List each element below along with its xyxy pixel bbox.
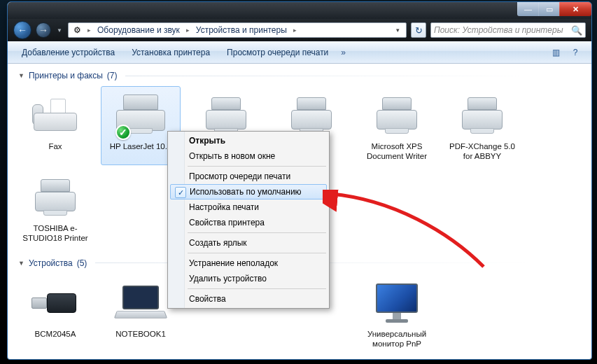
- menu-separator: [188, 288, 326, 289]
- nav-back-button[interactable]: ←: [13, 21, 31, 39]
- collapse-icon[interactable]: ▼: [18, 72, 24, 79]
- location-icon: ⚙: [71, 24, 83, 36]
- group-header-printers[interactable]: ▼ Принтеры и факсы (7): [8, 64, 591, 85]
- device-item-monitor[interactable]: Универсальный монитор PnP: [357, 274, 437, 353]
- view-options-button[interactable]: ▥: [547, 45, 565, 60]
- maximize-button[interactable]: ▭: [538, 2, 559, 16]
- device-label: Универсальный монитор PnP: [360, 329, 433, 349]
- check-icon: ✓: [175, 187, 186, 198]
- search-input[interactable]: Поиск: Устройства и принтеры 🔍: [430, 22, 586, 38]
- device-label: BCM2045A: [35, 329, 76, 339]
- device-label: PDF-XChange 5.0 for ABBYY: [446, 141, 519, 162]
- laptop-icon: [115, 286, 166, 321]
- menu-troubleshoot[interactable]: Устранение неполадок: [169, 255, 328, 271]
- menu-open[interactable]: Открыть: [169, 133, 328, 148]
- menu-view-queue[interactable]: Просмотр очереди печати: [169, 169, 328, 184]
- group-title: Принтеры и факсы: [29, 71, 103, 80]
- nav-history-dropdown[interactable]: ▼: [55, 27, 64, 34]
- menu-set-default[interactable]: ✓ Использовать по умолчанию: [170, 184, 327, 200]
- default-check-icon: ✓: [115, 125, 131, 140]
- printer-icon: [31, 179, 80, 216]
- device-item-fax[interactable]: Fax: [15, 86, 95, 165]
- divider: [125, 76, 581, 76]
- fax-icon: [32, 97, 78, 134]
- device-item-xps[interactable]: Microsoft XPS Document Writer: [357, 86, 437, 165]
- search-placeholder: Поиск: Устройства и принтеры: [434, 25, 563, 35]
- device-label: NOTEBOOK1: [115, 329, 166, 339]
- cmd-add-device[interactable]: Добавление устройства: [15, 45, 122, 60]
- refresh-button[interactable]: ↻: [411, 22, 426, 38]
- menu-separator: [188, 232, 326, 233]
- device-label: HP LaserJet 10...: [110, 141, 172, 151]
- cmd-view-queue[interactable]: Просмотр очереди печати: [220, 45, 335, 60]
- device-item-toshiba[interactable]: TOSHIBA e-STUDIO18 Printer: [15, 168, 95, 247]
- menu-print-setup[interactable]: Настройка печати: [169, 200, 328, 215]
- device-label: TOSHIBA e-STUDIO18 Printer: [19, 223, 92, 244]
- breadcrumb-devices-printers[interactable]: Устройства и принтеры: [195, 25, 288, 35]
- command-bar: Добавление устройства Установка принтера…: [8, 41, 591, 64]
- crumb-sep-icon: ▸: [85, 27, 93, 34]
- menu-create-shortcut[interactable]: Создать ярлык: [169, 235, 328, 251]
- collapse-icon[interactable]: ▼: [18, 260, 24, 267]
- menu-separator: [188, 253, 326, 253]
- help-button[interactable]: ?: [566, 45, 584, 60]
- crumb-sep-icon: ▸: [291, 27, 299, 34]
- menu-separator: [188, 166, 326, 167]
- breadcrumb-hardware-sound[interactable]: Оборудование и звук: [96, 25, 181, 35]
- group-count: (7): [107, 71, 118, 80]
- printer-icon: [287, 97, 336, 134]
- nav-forward-button[interactable]: →: [36, 22, 51, 38]
- menu-properties[interactable]: Свойства: [169, 291, 328, 307]
- printer-icon: [202, 97, 251, 134]
- device-item-bcm2045a[interactable]: BCM2045A: [15, 274, 95, 353]
- printer-icon: [372, 97, 421, 134]
- search-icon[interactable]: 🔍: [571, 25, 582, 36]
- crumb-sep-icon: ▸: [184, 27, 192, 34]
- close-button[interactable]: ✕: [559, 2, 591, 16]
- menu-remove-device[interactable]: Удалить устройство: [169, 271, 328, 286]
- group-title: Устройства: [29, 258, 73, 268]
- device-label: Fax: [48, 141, 62, 151]
- nav-row: ← → ▼ ⚙ ▸ Оборудование и звук ▸ Устройст…: [8, 19, 591, 41]
- minimize-button[interactable]: —: [517, 2, 538, 16]
- explorer-window: — ▭ ✕ ← → ▼ ⚙ ▸ Оборудование и звук ▸ Ус…: [7, 1, 592, 360]
- device-item-pdf-xchange[interactable]: PDF-XChange 5.0 for ABBYY: [442, 86, 522, 165]
- context-menu: Открыть Открыть в новом окне Просмотр оч…: [167, 131, 330, 309]
- monitor-icon: [374, 284, 419, 323]
- address-dropdown-icon[interactable]: ▾: [392, 27, 403, 34]
- group-count: (5): [77, 258, 87, 268]
- titlebar[interactable]: — ▭ ✕: [8, 2, 591, 19]
- menu-printer-properties[interactable]: Свойства принтера: [169, 215, 328, 230]
- menu-open-new-window[interactable]: Открыть в новом окне: [169, 148, 328, 164]
- cmd-add-printer[interactable]: Установка принтера: [125, 45, 217, 60]
- device-label: Microsoft XPS Document Writer: [360, 141, 433, 162]
- menu-label: Использовать по умолчанию: [190, 187, 302, 197]
- usb-icon: [31, 288, 79, 318]
- address-bar[interactable]: ⚙ ▸ Оборудование и звук ▸ Устройства и п…: [68, 22, 407, 38]
- cmd-overflow[interactable]: »: [338, 48, 349, 57]
- printer-icon: [458, 97, 507, 134]
